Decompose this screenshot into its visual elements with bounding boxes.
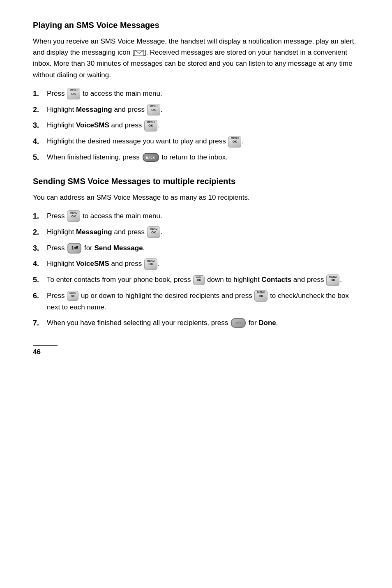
section2-step6: 6. Press MENUOK up or down to highlight … xyxy=(33,290,363,313)
section1-step2: 2. Highlight Messaging and press MENUOK. xyxy=(33,104,363,116)
section2-step4: 4. Highlight VoiceSMS and press MENUOK. xyxy=(33,258,363,270)
section2-title: Sending SMS Voice Messages to multiple r… xyxy=(33,177,363,186)
menu-ok-btn-2-4: MENUOK xyxy=(144,258,157,270)
section2-intro: You can address an SMS Voice Message to … xyxy=(33,192,363,203)
menu-ok-btn-1-1: MENUOK xyxy=(67,88,80,99)
page-number: 46 xyxy=(33,348,41,356)
menu-ok-btn-1-2: MENUOK xyxy=(147,104,160,115)
section1-step1: 1. Press MENUOK to access the main menu. xyxy=(33,88,363,100)
section1-steps: 1. Press MENUOK to access the main menu.… xyxy=(33,88,363,164)
envelope-icon xyxy=(134,50,144,56)
page-footer: 46 xyxy=(33,345,58,356)
menu-ok-btn-1-3: MENUOK xyxy=(144,120,157,131)
menu-ok-btn-2-5a: MENUOK xyxy=(193,275,205,285)
menu-ok-btn-2-5b: MENUOK xyxy=(326,274,339,286)
section2-step3: 3. Press 1⏎ for Send Message. xyxy=(33,242,363,254)
menu-ok-btn-2-6b: MENUOK xyxy=(254,290,267,302)
section2-step2: 2. Highlight Messaging and press MENUOK. xyxy=(33,226,363,238)
menu-ok-btn-1-4: MENUOK xyxy=(228,136,241,148)
menu-ok-btn-2-6a: MENUOK xyxy=(67,291,78,301)
section2-step1: 1. Press MENUOK to access the main menu. xyxy=(33,210,363,222)
back-btn-1-5: BACK xyxy=(143,153,159,162)
section1-step3: 3. Highlight VoiceSMS and press MENUOK. xyxy=(33,120,363,131)
menu-ok-btn-2-2: MENUOK xyxy=(147,226,160,238)
section1-title: Playing an SMS Voice Messages xyxy=(33,21,363,30)
btn-1-key: 1⏎ xyxy=(67,243,81,254)
section2-step5: 5. To enter contacts from your phone boo… xyxy=(33,274,363,286)
section2-steps: 1. Press MENUOK to access the main menu.… xyxy=(33,210,363,329)
section1-intro: When you receive an SMS Voice Message, t… xyxy=(33,36,363,81)
dots-btn-2-7: ··· xyxy=(231,318,246,328)
section2-step7: 7. When you have finished selecting all … xyxy=(33,317,363,329)
section1-step4: 4. Highlight the desired message you wan… xyxy=(33,136,363,148)
menu-ok-btn-2-1: MENUOK xyxy=(67,210,80,222)
section1-step5: 5. When finished listening, press BACK t… xyxy=(33,152,363,164)
